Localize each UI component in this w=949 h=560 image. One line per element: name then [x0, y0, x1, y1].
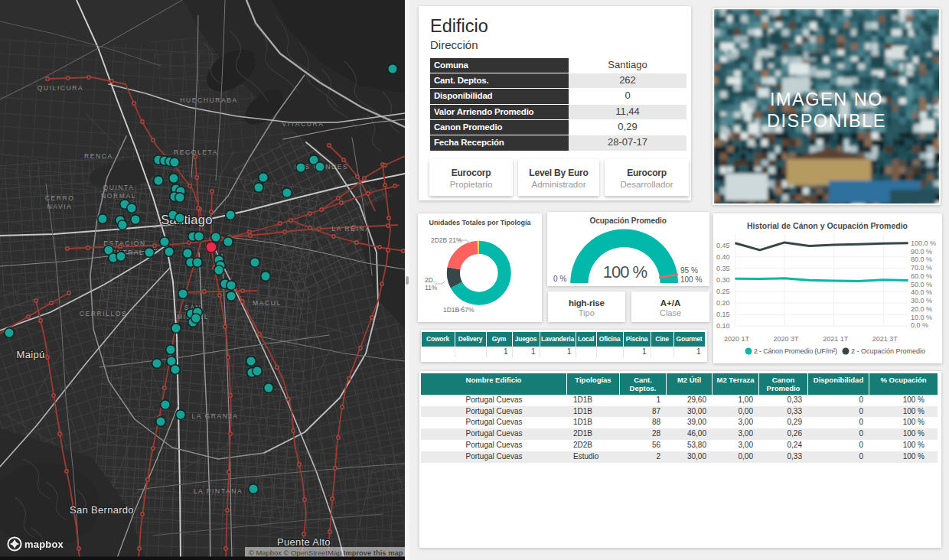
- svg-text:90.0 %: 90.0 %: [911, 247, 932, 255]
- svg-text:QUINTA: QUINTA: [103, 184, 134, 191]
- svg-text:2021 3T: 2021 3T: [872, 335, 898, 343]
- svg-text:Puente Alto: Puente Alto: [277, 536, 331, 548]
- svg-text:80.0 %: 80.0 %: [911, 256, 932, 263]
- svg-text:100 %: 100 %: [602, 262, 647, 282]
- svg-text:2 - Cánon Promedio (UF/m²): 2 - Cánon Promedio (UF/m²): [754, 347, 837, 355]
- svg-text:CERRILLOS: CERRILLOS: [80, 310, 128, 317]
- svg-text:NORMAL: NORMAL: [101, 192, 136, 200]
- svg-text:2020 1T: 2020 1T: [723, 335, 749, 343]
- svg-text:CERRO: CERRO: [45, 194, 75, 202]
- svg-text:2D..: 2D..: [425, 276, 437, 284]
- svg-text:QUILICURA: QUILICURA: [38, 84, 84, 92]
- svg-text:50.0 %: 50.0 %: [911, 280, 932, 288]
- svg-text:LA PINTANA: LA PINTANA: [194, 487, 243, 495]
- svg-text:© Mapbox © OpenStreetMap Impro: © Mapbox © OpenStreetMap Improve this ma…: [249, 549, 403, 557]
- svg-text:VITACURA: VITACURA: [282, 120, 324, 128]
- svg-text:0.0 %: 0.0 %: [911, 321, 928, 329]
- svg-text:30.0 %: 30.0 %: [911, 297, 932, 304]
- svg-text:0.35: 0.35: [716, 264, 729, 272]
- svg-text:1D1B 67%: 1D1B 67%: [443, 306, 475, 314]
- svg-text:Maipú: Maipú: [17, 349, 45, 360]
- svg-text:0.25: 0.25: [716, 288, 729, 295]
- svg-text:40.0 %: 40.0 %: [911, 288, 932, 296]
- svg-text:60.0 %: 60.0 %: [911, 272, 932, 279]
- svg-text:0.45: 0.45: [716, 241, 729, 249]
- svg-text:0 %: 0 %: [553, 275, 566, 283]
- svg-text:10.0 %: 10.0 %: [911, 313, 932, 321]
- svg-text:0.20: 0.20: [716, 299, 729, 307]
- svg-text:0.30: 0.30: [716, 276, 729, 284]
- svg-text:LA REINA: LA REINA: [331, 225, 370, 233]
- svg-text:2D2B 21%: 2D2B 21%: [431, 236, 462, 244]
- svg-text:2020 3T: 2020 3T: [773, 335, 799, 343]
- svg-text:DISPONIBLE: DISPONIBLE: [767, 111, 886, 131]
- svg-text:LA GRANJA: LA GRANJA: [191, 412, 238, 420]
- svg-text:mapbox: mapbox: [24, 539, 64, 550]
- svg-text:2 - Ocupación Promedio: 2 - Ocupación Promedio: [851, 347, 925, 355]
- svg-text:0.40: 0.40: [716, 252, 729, 260]
- svg-text:11%: 11%: [425, 284, 438, 291]
- svg-text:San Bernardo: San Bernardo: [70, 504, 134, 516]
- svg-text:RECOLETA: RECOLETA: [174, 148, 218, 156]
- svg-text:95 %: 95 %: [680, 266, 698, 275]
- svg-text:MACUL: MACUL: [253, 299, 282, 307]
- svg-text:20.0 %: 20.0 %: [911, 304, 932, 312]
- svg-text:70.0 %: 70.0 %: [911, 264, 932, 272]
- svg-text:IMAGEN NO: IMAGEN NO: [770, 90, 883, 109]
- svg-text:100.0 %: 100.0 %: [911, 239, 936, 246]
- svg-text:NAVIA: NAVIA: [47, 203, 73, 210]
- svg-text:HUECHURABA: HUECHURABA: [180, 96, 238, 104]
- svg-text:100 %: 100 %: [680, 275, 702, 284]
- svg-text:2021 1T: 2021 1T: [823, 335, 849, 343]
- svg-text:RENCA: RENCA: [84, 152, 113, 160]
- svg-text:0.15: 0.15: [716, 311, 729, 318]
- svg-text:0.10: 0.10: [716, 322, 729, 330]
